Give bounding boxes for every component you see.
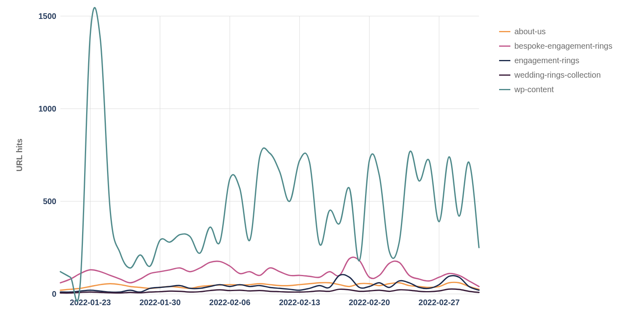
series-line[interactable] xyxy=(60,8,479,301)
legend-item[interactable]: wp-content xyxy=(499,82,613,97)
legend: about-usbespoke-engagement-ringsengageme… xyxy=(499,24,613,97)
legend-item[interactable]: bespoke-engagement-rings xyxy=(499,39,613,53)
legend-swatch-icon xyxy=(499,60,510,61)
series-line[interactable] xyxy=(60,275,479,292)
y-tick-label: 1500 xyxy=(39,12,57,21)
legend-label: wp-content xyxy=(514,85,554,94)
x-tick-label: 2022-02-06 xyxy=(209,298,250,307)
y-tick-label: 1000 xyxy=(39,104,57,113)
x-tick-label: 2022-02-13 xyxy=(279,298,320,307)
chart-container: URL hits0500100015002022-01-232022-01-30… xyxy=(0,0,644,310)
legend-item[interactable]: wedding-rings-collection xyxy=(499,68,613,82)
legend-swatch-icon xyxy=(499,45,510,47)
x-tick-label: 2022-02-20 xyxy=(349,298,390,307)
y-tick-label: 0 xyxy=(52,289,56,298)
legend-label: engagement-rings xyxy=(514,56,579,65)
y-tick-label: 500 xyxy=(43,197,56,206)
legend-item[interactable]: about-us xyxy=(499,24,613,39)
legend-label: bespoke-engagement-rings xyxy=(514,41,613,51)
legend-swatch-icon xyxy=(499,31,510,32)
x-tick-label: 2022-02-27 xyxy=(419,298,460,307)
legend-label: wedding-rings-collection xyxy=(514,70,601,80)
legend-label: about-us xyxy=(514,27,546,36)
legend-item[interactable]: engagement-rings xyxy=(499,53,613,68)
x-tick-label: 2022-01-30 xyxy=(139,298,180,307)
legend-swatch-icon xyxy=(499,89,510,90)
legend-swatch-icon xyxy=(499,74,510,76)
y-axis-label: URL hits xyxy=(15,138,24,172)
